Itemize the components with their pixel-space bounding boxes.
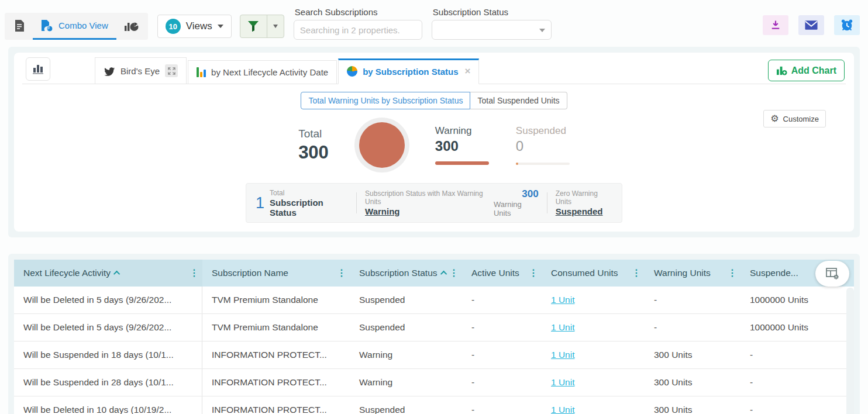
column-header[interactable]: Next Lifecycle Activity⋮ bbox=[14, 260, 202, 287]
summary-zero-value[interactable]: Suspended bbox=[556, 206, 612, 216]
table-cell: 1 Unit bbox=[542, 314, 645, 341]
column-menu-icon[interactable]: ⋮ bbox=[337, 267, 346, 278]
table-cell: Will be Deleted in 5 days (9/26/202... bbox=[14, 314, 202, 341]
sort-ascending-icon bbox=[440, 271, 446, 277]
summary-zero-caption: Zero Warning Units bbox=[556, 189, 612, 206]
column-header[interactable]: Active Units⋮ bbox=[462, 260, 542, 287]
bar-pie-chart-icon bbox=[125, 20, 139, 32]
table-scrollbar[interactable] bbox=[846, 288, 854, 414]
table-cell: 300 Units bbox=[645, 396, 740, 414]
column-label: Warning Units bbox=[654, 268, 711, 278]
status-pie-chart[interactable] bbox=[359, 122, 405, 168]
subtab-suspended-units[interactable]: Total Suspended Units bbox=[470, 92, 567, 109]
customize-button[interactable]: ⚙ Customize bbox=[763, 110, 826, 127]
tab-by-lifecycle-date[interactable]: by Next Lifecycle Activity Date bbox=[188, 60, 337, 84]
table-cell: 300 Units bbox=[645, 369, 740, 396]
suspended-legend-bar bbox=[516, 163, 570, 165]
warning-legend-bar bbox=[435, 161, 489, 165]
status-filter-group: Subscription Status bbox=[432, 5, 552, 40]
funnel-icon bbox=[247, 20, 259, 32]
alerts-button[interactable] bbox=[834, 15, 860, 35]
column-settings-button[interactable] bbox=[815, 261, 849, 287]
status-filter-label: Subscription Status bbox=[433, 7, 552, 17]
mini-bar-chart-icon bbox=[197, 67, 206, 77]
close-icon[interactable]: × bbox=[465, 65, 471, 77]
summary-warning-units-label: Warning Units bbox=[494, 200, 539, 218]
table-cell: - bbox=[462, 396, 542, 414]
combo-view-icon bbox=[41, 20, 53, 32]
kpi-warning: Warning 300 bbox=[435, 125, 489, 165]
tab-birds-eye[interactable]: Bird's Eye bbox=[95, 57, 187, 84]
table-cell: - bbox=[645, 287, 740, 313]
table-cell: Suspended bbox=[350, 314, 462, 341]
column-menu-icon[interactable]: ⋮ bbox=[728, 267, 737, 278]
summary-max-value[interactable]: Warning bbox=[365, 206, 494, 216]
column-header[interactable]: Subscription Status⋮ bbox=[350, 260, 462, 287]
search-input[interactable] bbox=[294, 20, 422, 40]
consumed-units-link[interactable]: 1 Unit bbox=[551, 405, 575, 414]
sort-ascending-icon bbox=[113, 271, 120, 277]
views-label: Views bbox=[186, 20, 212, 32]
consumed-units-link[interactable]: 1 Unit bbox=[551, 295, 575, 305]
consumed-units-link[interactable]: 1 Unit bbox=[551, 322, 575, 332]
kpi-warning-value: 300 bbox=[435, 138, 489, 154]
column-menu-icon[interactable]: ⋮ bbox=[529, 267, 538, 278]
chart-panel: Bird's Eye by Next Lifecycle Activity Da… bbox=[8, 47, 860, 237]
summary-count-caption: Total bbox=[270, 189, 348, 197]
download-button[interactable] bbox=[763, 15, 788, 35]
table-cell: Warning bbox=[350, 341, 462, 368]
kpi-row: Total 300 Warning 300 Suspended 0 bbox=[22, 122, 846, 168]
column-label: Subscription Status bbox=[359, 268, 438, 278]
download-icon bbox=[770, 19, 781, 31]
consumed-units-link[interactable]: 1 Unit bbox=[551, 350, 575, 360]
combo-view-label: Combo View bbox=[58, 20, 108, 30]
filter-split-button bbox=[240, 15, 284, 38]
tab-by-lifecycle-date-label: by Next Lifecycle Activity Date bbox=[211, 67, 328, 77]
column-menu-icon[interactable]: ⋮ bbox=[449, 267, 459, 278]
chart-subtabs: Total Warning Units by Subscription Stat… bbox=[22, 92, 846, 109]
table-cell: 1000000 Units bbox=[740, 287, 854, 313]
table-cell: Suspended bbox=[350, 396, 462, 414]
table-cell: TVM Premium Standalone bbox=[202, 314, 350, 341]
kpi-total-label: Total bbox=[298, 127, 329, 140]
column-header[interactable]: Consumed Units⋮ bbox=[542, 260, 645, 287]
column-label: Active Units bbox=[471, 268, 519, 278]
table-cell: 1000000 Units bbox=[740, 314, 854, 341]
table-row: Will be Deleted in 5 days (9/26/202...TV… bbox=[14, 287, 854, 314]
consumed-units-link[interactable]: 1 Unit bbox=[551, 377, 575, 387]
summary-warning-units-value: 300 bbox=[522, 188, 538, 200]
subscription-status-select[interactable] bbox=[432, 20, 552, 40]
column-label: Consumed Units bbox=[551, 268, 618, 278]
table-cell: TVM Premium Standalone bbox=[202, 287, 350, 313]
column-menu-icon[interactable]: ⋮ bbox=[632, 267, 641, 278]
table-body: Will be Deleted in 5 days (9/26/202...TV… bbox=[14, 287, 854, 414]
table-row: Will be Deleted in 5 days (9/26/202...TV… bbox=[14, 314, 854, 341]
tab-chart-view[interactable] bbox=[116, 13, 147, 40]
views-dropdown-button[interactable]: 10 Views bbox=[157, 15, 232, 38]
filter-button[interactable] bbox=[240, 15, 267, 37]
summary-max-caption: Subscription Status with Max Warning Uni… bbox=[365, 189, 494, 206]
column-header[interactable]: Subscription Name⋮ bbox=[202, 260, 350, 287]
column-header[interactable]: Warning Units⋮ bbox=[645, 260, 740, 287]
view-switcher: Combo View bbox=[5, 13, 148, 40]
table-cell: Will be Suspended in 28 days (10/1... bbox=[14, 369, 202, 396]
add-chart-button[interactable]: Add Chart bbox=[768, 60, 845, 81]
tab-table-view[interactable] bbox=[6, 13, 33, 40]
search-field-group: Search Subscriptions bbox=[294, 5, 422, 40]
column-label: Next Lifecycle Activity bbox=[23, 268, 111, 278]
column-menu-icon[interactable]: ⋮ bbox=[190, 267, 199, 278]
table-cell: 300 Units bbox=[645, 341, 740, 368]
email-button[interactable] bbox=[798, 15, 824, 35]
add-chart-icon bbox=[776, 65, 787, 76]
kpi-warning-label: Warning bbox=[435, 125, 489, 137]
tab-combo-view[interactable]: Combo View bbox=[33, 13, 116, 40]
chart-card: Bird's Eye by Next Lifecycle Activity Da… bbox=[14, 53, 854, 232]
expand-icon[interactable] bbox=[165, 64, 178, 77]
chart-list-button[interactable] bbox=[26, 57, 50, 81]
table-cell: - bbox=[740, 341, 854, 368]
tab-by-subscription-status[interactable]: by Subscription Status × bbox=[338, 58, 479, 84]
chevron-down-icon bbox=[539, 29, 545, 32]
filter-dropdown-caret[interactable] bbox=[267, 15, 284, 37]
subtab-warning-units[interactable]: Total Warning Units by Subscription Stat… bbox=[301, 92, 470, 109]
kpi-suspended-value: 0 bbox=[516, 138, 570, 154]
